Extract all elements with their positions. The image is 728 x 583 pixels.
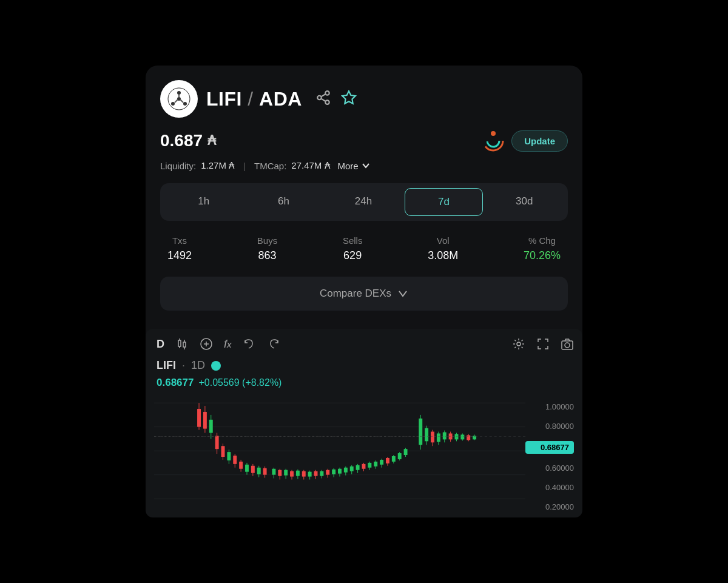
- svg-rect-112: [437, 434, 440, 442]
- svg-rect-50: [239, 462, 243, 469]
- svg-rect-42: [215, 436, 219, 449]
- svg-point-8: [325, 91, 329, 95]
- price-chart: [154, 396, 525, 517]
- token-header: LIFI / ADA: [160, 80, 568, 118]
- svg-rect-100: [392, 456, 396, 462]
- tab-30d[interactable]: 30d: [485, 188, 563, 216]
- chart-toolbar: D fx: [154, 337, 574, 351]
- redo-icon[interactable]: [267, 337, 280, 351]
- share-icon[interactable]: [315, 90, 331, 108]
- svg-rect-46: [227, 452, 231, 460]
- svg-rect-36: [197, 409, 201, 427]
- interval-selector[interactable]: D: [157, 338, 164, 351]
- chart-ticker: LIFI: [157, 359, 176, 372]
- chevron-down-icon: [397, 288, 408, 299]
- svg-point-26: [517, 342, 521, 346]
- stats-table: Txs 1492 Buys 863 Sells 629 Vol 3.08M % …: [160, 235, 568, 262]
- more-button[interactable]: More: [338, 161, 371, 171]
- svg-rect-114: [443, 433, 447, 440]
- y-label-80: 0.80000: [525, 422, 574, 431]
- svg-rect-76: [320, 471, 323, 476]
- svg-rect-68: [296, 471, 300, 476]
- svg-rect-66: [290, 471, 294, 477]
- chart-svg-container[interactable]: [154, 396, 525, 517]
- svg-line-12: [321, 94, 325, 96]
- svg-rect-54: [251, 466, 255, 473]
- svg-point-15: [487, 135, 499, 147]
- tmcap-label: TMCap:: [254, 161, 286, 171]
- svg-rect-70: [302, 471, 306, 477]
- price-actions: Update: [482, 130, 568, 152]
- tab-7d[interactable]: 7d: [405, 188, 484, 216]
- svg-point-1: [177, 91, 181, 95]
- tab-6h[interactable]: 6h: [245, 188, 323, 216]
- chart-timeframe: 1D: [191, 359, 205, 372]
- candle-type-icon[interactable]: [175, 337, 189, 351]
- svg-rect-84: [344, 468, 348, 473]
- refresh-icon[interactable]: [482, 130, 504, 152]
- chart-area: D fx: [146, 329, 582, 517]
- svg-rect-80: [332, 470, 335, 474]
- camera-icon[interactable]: [561, 337, 574, 351]
- price-row: 0.687 ₳ Update: [160, 130, 568, 152]
- tab-24h[interactable]: 24h: [325, 188, 402, 216]
- chevron-down-icon: [361, 161, 371, 170]
- svg-rect-96: [380, 460, 383, 465]
- fx-icon[interactable]: fx: [224, 338, 232, 351]
- compare-dexs-button[interactable]: Compare DEXs: [160, 277, 568, 311]
- liquidity-label: Liquidity:: [160, 161, 196, 171]
- svg-rect-102: [398, 453, 402, 459]
- svg-point-2: [171, 102, 175, 106]
- chart-change: +0.05569 (+8.82%): [198, 377, 281, 388]
- svg-rect-72: [308, 472, 312, 477]
- svg-rect-17: [178, 340, 181, 346]
- svg-rect-82: [338, 469, 342, 474]
- svg-point-3: [183, 102, 187, 106]
- svg-line-11: [321, 99, 325, 101]
- svg-line-7: [180, 99, 183, 103]
- current-price-tag: 0.68677: [525, 441, 574, 454]
- svg-rect-40: [209, 420, 213, 433]
- svg-rect-60: [272, 469, 275, 475]
- svg-rect-98: [386, 458, 389, 463]
- svg-rect-106: [419, 419, 422, 445]
- fullscreen-icon[interactable]: [536, 337, 550, 351]
- settings-icon[interactable]: [512, 337, 525, 351]
- svg-rect-27: [562, 341, 573, 349]
- svg-rect-108: [425, 428, 428, 442]
- svg-rect-90: [362, 464, 366, 469]
- liquidity-value: 1.27M ₳: [201, 160, 235, 171]
- svg-rect-56: [257, 468, 261, 474]
- svg-rect-20: [183, 342, 186, 347]
- svg-rect-120: [460, 434, 464, 439]
- time-tabs: 1h 6h 24h 7d 30d: [160, 183, 568, 221]
- y-axis: 1.00000 0.80000 0.68677 0.60000 0.40000 …: [525, 396, 574, 517]
- svg-point-9: [317, 96, 322, 100]
- svg-marker-13: [342, 91, 356, 104]
- undo-icon[interactable]: [243, 337, 256, 351]
- svg-rect-74: [314, 471, 318, 476]
- chart-wrapper: 1.00000 0.80000 0.68677 0.60000 0.40000 …: [154, 396, 574, 517]
- svg-rect-86: [350, 467, 354, 471]
- svg-rect-52: [245, 465, 249, 472]
- y-label-100: 1.00000: [525, 402, 574, 411]
- svg-rect-92: [368, 463, 371, 468]
- chart-label-row: LIFI · 1D: [154, 359, 574, 372]
- svg-rect-48: [233, 456, 237, 464]
- stat-buys: Buys 863: [257, 235, 277, 262]
- favorite-icon[interactable]: [341, 90, 357, 108]
- svg-line-6: [175, 99, 178, 103]
- trading-pair: LIFI / ADA: [206, 88, 302, 110]
- svg-rect-122: [467, 435, 470, 440]
- chart-price-change: 0.68677 +0.05569 (+8.82%): [154, 377, 574, 389]
- svg-rect-64: [284, 470, 288, 476]
- tab-1h[interactable]: 1h: [165, 188, 243, 216]
- svg-rect-118: [455, 434, 459, 439]
- add-indicator-icon[interactable]: [200, 337, 213, 351]
- stat-sells: Sells 629: [343, 235, 363, 262]
- svg-rect-38: [203, 412, 207, 429]
- update-button[interactable]: Update: [511, 130, 568, 152]
- svg-rect-44: [221, 446, 225, 457]
- svg-rect-104: [404, 449, 408, 455]
- tmcap-value: 27.47M ₳: [291, 160, 330, 171]
